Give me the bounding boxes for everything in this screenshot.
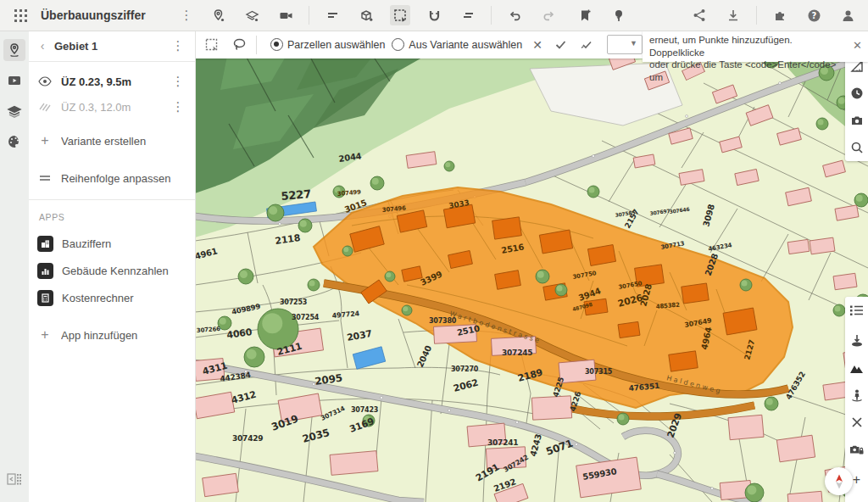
pegman-icon[interactable] [848,386,866,404]
tree-highlight [445,162,450,167]
cube-add-icon[interactable] [356,5,376,25]
parcel-label: 307380 [429,317,457,325]
add-app-button[interactable]: + App hinzufügen [29,322,195,348]
app-item-kostenrechner[interactable]: Kostenrechner [29,285,195,310]
app-item-kennzahlen[interactable]: Gebäude Kennzahlen [29,258,195,283]
account-icon[interactable] [837,5,858,25]
map-viewport[interactable]: 2044522721184961406030726640989930725330… [195,31,868,502]
marquee-select-icon[interactable] [202,35,222,55]
compass-button[interactable] [825,467,853,495]
marquee-select-icon[interactable] [390,5,410,25]
create-variant-label: Variante erstellen [61,135,186,148]
close-icon[interactable]: ✕ [853,40,862,53]
toolbar-group-edit [309,5,491,25]
magnet-icon[interactable] [424,5,444,25]
close-arrows-icon[interactable] [848,413,866,432]
plus-icon: + [37,134,53,148]
video-camera-icon[interactable] [275,5,296,25]
tree-highlight [619,415,625,421]
map-tools-top [845,53,868,161]
legend-list-icon[interactable] [848,301,866,320]
radio-parzellen[interactable]: Parzellen auswählen [270,38,385,51]
check-apply-icon[interactable] [576,35,597,55]
app-label: Bauziffern [62,237,186,250]
eye-off-icon[interactable] [37,100,53,114]
mountains-icon[interactable] [848,359,866,377]
search-icon[interactable] [848,138,866,157]
zoom-out-button[interactable]: − [848,498,866,502]
eye-icon[interactable] [37,75,53,88]
list-lines-icon[interactable] [322,5,342,25]
hint-line2: oder drücke die Taste <code>Enter</code>… [649,59,846,83]
location-add-icon[interactable] [208,5,228,25]
hint-panel: erneut, um Punkte hinzuzufügen. Doppelkl… [643,31,868,62]
bookmark-add-icon[interactable] [575,5,595,25]
tree-add-icon[interactable] [609,5,629,25]
tree-highlight [557,286,563,292]
layer-kebab-menu[interactable]: ⋮ [170,74,186,89]
camera-lock-icon[interactable] [848,440,866,459]
help-icon[interactable]: ? [804,5,824,25]
building-pink [728,415,764,439]
tree-highlight [220,318,226,325]
location-pin-icon[interactable] [3,39,25,61]
title-kebab-menu[interactable]: ⋮ [178,8,195,23]
building-pink [776,435,815,462]
check-icon[interactable] [551,35,571,55]
dock-panel-icon[interactable] [3,468,25,490]
palette-icon[interactable] [3,131,25,153]
apps-grid-icon[interactable] [10,5,31,25]
camera-icon[interactable] [848,111,866,130]
radio-dot-selected[interactable] [270,38,283,51]
parcel-label: 307245 [502,349,532,357]
group-kebab-menu[interactable]: ⋮ [170,38,186,53]
apps-header: APPS [29,207,195,226]
hint-line1: erneut, um Punkte hinzuzufügen. Doppelkl… [649,34,846,59]
toolbar-group-history [492,5,571,25]
variant-select[interactable]: ▼ [607,35,643,54]
calculator-icon [37,290,53,306]
parcel-label: 307429 [232,434,263,443]
create-variant-button[interactable]: + Variante erstellen [29,128,195,153]
undo-icon[interactable] [504,5,525,25]
building-orange [723,308,757,335]
layers-icon[interactable] [3,100,25,122]
parcel-label: 307315 [585,368,613,376]
building-pink [810,237,835,254]
radio-aus-variante[interactable]: Aus Variante auswählen [392,38,522,51]
lasso-select-icon[interactable] [229,35,249,55]
map-canvas[interactable]: 2044522721184961406030726640989930725330… [195,31,868,502]
layers-add-icon[interactable] [242,5,262,25]
tree-highlight [766,399,773,405]
radio-label: Parzellen auswählen [287,39,385,51]
video-screen-icon[interactable] [3,70,25,92]
tree-highlight [247,349,257,360]
puzzle-icon[interactable] [770,5,790,25]
layer-item-active[interactable]: ÜZ 0.23, 9.5m ⋮ [29,69,195,94]
building-orange [492,217,522,239]
app-label: Kostenrechner [62,292,186,304]
layer-kebab-menu[interactable]: ⋮ [170,99,186,114]
tree-highlight [372,178,379,185]
drop-to-ground-icon[interactable] [848,332,866,350]
reorder-button[interactable]: Reihenfolge anpassen [29,165,195,191]
download-icon[interactable] [723,5,743,25]
clock-icon[interactable] [848,84,866,103]
parcel-label: 307270 [451,365,479,373]
tree-highlight [856,195,863,202]
app-item-bauziffern[interactable]: Bauziffern [29,231,195,256]
divider [29,199,195,200]
redo-icon[interactable] [538,5,559,25]
close-icon[interactable]: ✕ [532,38,542,52]
tree-highlight [309,281,315,287]
radio-dot[interactable] [392,38,404,51]
chevron-left-icon[interactable]: ‹ [37,39,47,53]
share-icon[interactable] [689,5,709,25]
align-lines-icon[interactable] [458,5,478,25]
building-orange [618,321,640,337]
page-title: Überbauungsziffer [41,8,178,22]
parcel-label: 307423 [351,406,378,414]
layer-item-hidden[interactable]: ÜZ 0.3, 12.0m ⋮ [29,94,195,120]
group-title: Gebiet 1 [54,40,170,53]
app-header: Überbauungsziffer ⋮ [0,0,868,31]
